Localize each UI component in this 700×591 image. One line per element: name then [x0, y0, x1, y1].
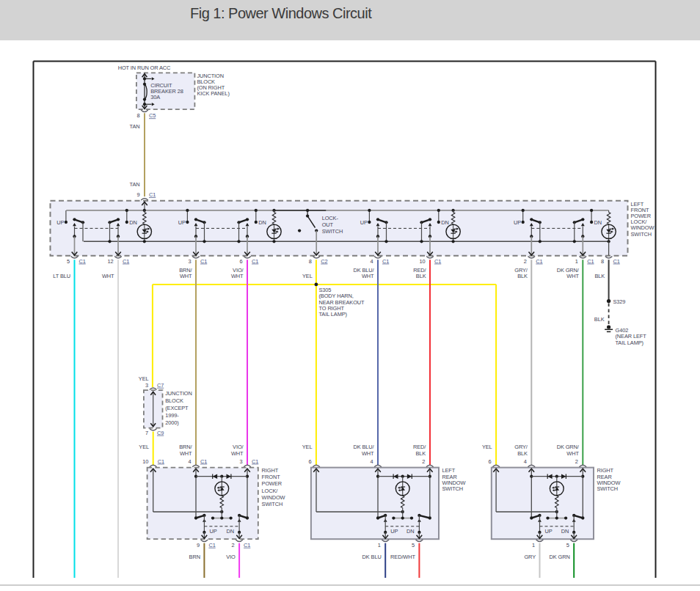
svg-text:10: 10 [142, 458, 148, 465]
svg-text:WHT: WHT [180, 450, 192, 457]
svg-text:FRONT: FRONT [262, 474, 281, 480]
svg-text:DN: DN [227, 528, 234, 535]
svg-text:GRY: GRY [524, 554, 536, 560]
svg-text:6: 6 [239, 258, 242, 265]
svg-text:C1: C1 [200, 258, 207, 265]
svg-text:12: 12 [107, 258, 113, 265]
svg-text:DK BLU: DK BLU [362, 554, 382, 560]
svg-text:10: 10 [419, 258, 425, 265]
svg-text:2: 2 [232, 542, 235, 548]
svg-text:5: 5 [412, 542, 415, 548]
svg-text:8: 8 [601, 258, 604, 265]
svg-text:4: 4 [524, 458, 527, 465]
svg-text:3: 3 [239, 458, 242, 465]
svg-text:3: 3 [145, 382, 148, 389]
svg-text:2: 2 [422, 458, 425, 465]
svg-text:TAIL LAMP): TAIL LAMP) [616, 339, 644, 346]
svg-text:RED/WHT: RED/WHT [390, 554, 415, 560]
svg-text:C1: C1 [208, 542, 215, 548]
svg-text:UP: UP [360, 219, 368, 226]
svg-text:YEL: YEL [302, 444, 313, 450]
svg-text:TAN: TAN [130, 123, 140, 130]
svg-text:YEL: YEL [482, 444, 492, 450]
svg-text:1: 1 [378, 542, 381, 548]
svg-text:SWITCH: SWITCH [442, 485, 464, 492]
svg-text:TAN: TAN [130, 181, 140, 188]
svg-text:1: 1 [532, 542, 535, 548]
svg-text:6: 6 [308, 458, 311, 465]
svg-text:4: 4 [370, 458, 373, 465]
svg-text:4: 4 [188, 458, 191, 465]
svg-text:WHT: WHT [566, 273, 579, 279]
svg-text:8: 8 [309, 258, 312, 265]
svg-text:9: 9 [197, 542, 200, 548]
svg-text:(EXCEPT: (EXCEPT [165, 405, 189, 411]
svg-text:BLK: BLK [594, 316, 605, 323]
svg-text:C5: C5 [149, 112, 156, 119]
svg-text:C1: C1 [382, 258, 389, 265]
svg-text:C1: C1 [587, 258, 594, 265]
svg-text:UP: UP [390, 528, 398, 535]
svg-text:SWITCH: SWITCH [322, 228, 343, 235]
svg-text:DN: DN [561, 528, 569, 535]
svg-text:2: 2 [575, 458, 578, 465]
svg-text:4: 4 [370, 258, 373, 265]
svg-text:DN: DN [258, 219, 266, 226]
svg-text:7: 7 [145, 430, 148, 436]
svg-text:SWITCH: SWITCH [262, 501, 283, 507]
svg-text:YEL: YEL [302, 273, 313, 279]
svg-text:8: 8 [136, 112, 139, 119]
svg-text:6: 6 [489, 458, 492, 465]
svg-text:C1: C1 [613, 258, 620, 265]
svg-text:DN: DN [441, 219, 448, 226]
svg-text:SWITCH: SWITCH [597, 485, 619, 492]
svg-text:WINDOW: WINDOW [262, 494, 285, 501]
svg-text:2: 2 [524, 258, 527, 265]
svg-text:WHT: WHT [180, 273, 192, 279]
svg-text:SWITCH: SWITCH [631, 231, 652, 238]
svg-text:BRN: BRN [189, 554, 200, 560]
svg-text:UP: UP [514, 219, 521, 226]
svg-text:C1: C1 [149, 191, 156, 198]
svg-text:RIGHT: RIGHT [262, 467, 279, 474]
svg-text:BLK: BLK [416, 273, 426, 279]
svg-text:3: 3 [188, 258, 191, 265]
svg-text:DN: DN [129, 219, 136, 226]
svg-text:OUT: OUT [322, 221, 334, 228]
svg-text:BLOCK: BLOCK [165, 397, 183, 404]
svg-text:9: 9 [136, 191, 139, 198]
svg-text:LT BLU: LT BLU [53, 273, 70, 279]
svg-text:C1: C1 [123, 258, 129, 265]
svg-text:BLK: BLK [594, 273, 605, 279]
svg-text:POWER: POWER [262, 480, 282, 487]
svg-text:C1: C1 [200, 458, 207, 465]
svg-text:UP: UP [56, 219, 64, 226]
svg-text:BLK: BLK [416, 450, 426, 457]
svg-text:C7: C7 [157, 382, 164, 389]
svg-text:C1: C1 [252, 258, 258, 265]
svg-text:DN: DN [406, 528, 414, 535]
svg-text:C1: C1 [434, 258, 441, 265]
svg-text:UP: UP [209, 528, 216, 535]
svg-text:C9: C9 [157, 430, 164, 436]
svg-text:WHT: WHT [102, 273, 114, 279]
svg-text:1: 1 [575, 258, 578, 265]
svg-text:C1: C1 [536, 258, 542, 265]
svg-text:DK GRN: DK GRN [550, 554, 570, 560]
svg-text:YEL: YEL [139, 444, 149, 450]
svg-text:UP: UP [178, 219, 186, 226]
svg-text:5: 5 [67, 258, 70, 265]
svg-text:WHT: WHT [566, 450, 579, 457]
svg-text:WHT: WHT [362, 273, 374, 279]
svg-text:TAIL LAMP): TAIL LAMP) [319, 311, 347, 317]
svg-text:WHT: WHT [362, 450, 374, 457]
svg-text:C1: C1 [252, 458, 258, 465]
svg-text:HOT IN RUN OR ACC: HOT IN RUN OR ACC [118, 65, 171, 71]
svg-text:1999-: 1999- [165, 412, 179, 419]
svg-text:2000): 2000) [165, 419, 178, 426]
svg-text:BLK: BLK [517, 450, 528, 457]
svg-text:KICK PANEL): KICK PANEL) [197, 90, 229, 97]
svg-text:C1: C1 [244, 542, 250, 548]
svg-text:JUNCTION: JUNCTION [165, 390, 192, 397]
svg-text:S329: S329 [613, 298, 626, 305]
